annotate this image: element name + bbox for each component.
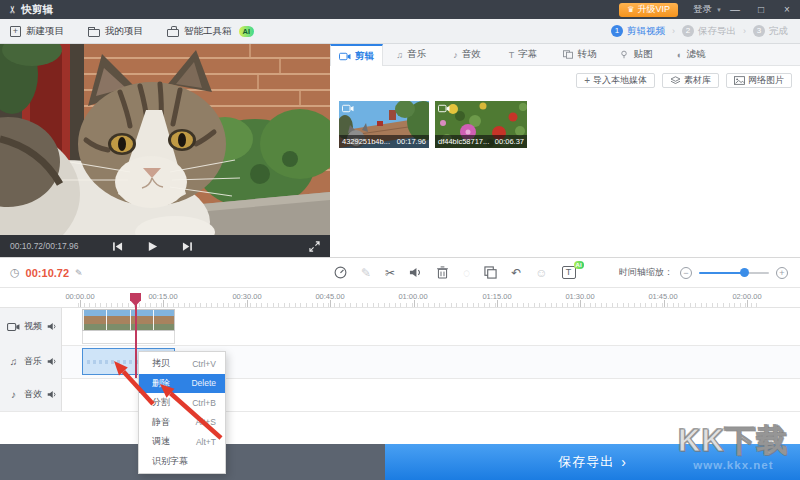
play-button[interactable] bbox=[147, 241, 158, 252]
login-button[interactable]: 登录 bbox=[693, 3, 712, 16]
my-projects-button[interactable]: 我的项目 bbox=[88, 25, 143, 38]
context-menu: 拷贝 Ctrl+V 删除 Delete 分割 Ctrl+B 静音 Alt+S 调… bbox=[138, 351, 226, 474]
import-local-media-button[interactable]: + 导入本地媒体 bbox=[576, 73, 655, 88]
tab-subtitle[interactable]: T 字幕 bbox=[495, 44, 551, 65]
fullscreen-icon[interactable] bbox=[309, 241, 320, 252]
clip-duration: 00:17.96 bbox=[397, 137, 426, 146]
picture-icon bbox=[734, 76, 745, 85]
tab-sound-effect[interactable]: ♪ 音效 bbox=[439, 44, 495, 65]
smart-toolbox-button[interactable]: 智能工具箱 AI bbox=[167, 25, 254, 38]
tab-sticker[interactable]: 贴图 bbox=[607, 44, 663, 65]
tab-music[interactable]: ♫ 音乐 bbox=[383, 44, 439, 65]
preview-timecode: 00:10.72/00:17.96 bbox=[10, 241, 79, 251]
menu-item-shortcut: Ctrl+V bbox=[192, 359, 216, 369]
clip-duration: 00:06.37 bbox=[495, 137, 524, 146]
video-camera-icon bbox=[438, 104, 450, 113]
step-save-export[interactable]: 2 保存导出 bbox=[682, 25, 736, 38]
menu-item-label: 删除 bbox=[152, 377, 170, 390]
tab-edit-label: 剪辑 bbox=[355, 50, 374, 63]
timeline-ruler[interactable]: 00:00.00 00:15.00 00:30.00 00:45.00 01:0… bbox=[0, 288, 800, 308]
step-2-circle: 2 bbox=[682, 25, 694, 37]
upgrade-vip-label: 升级VIP bbox=[638, 3, 671, 16]
timeline: 00:00.00 00:15.00 00:30.00 00:45.00 01:0… bbox=[0, 288, 800, 444]
step-2-label: 保存导出 bbox=[698, 25, 736, 38]
track-label-sound: ♪ 音效 bbox=[0, 378, 62, 411]
video-track-clip[interactable] bbox=[82, 309, 175, 331]
preview-controls: 00:10.72/00:17.96 bbox=[0, 235, 330, 257]
maximize-button[interactable]: □ bbox=[748, 4, 774, 15]
track-label-music: ♫ 音乐 bbox=[0, 345, 62, 378]
filter-icon: ◐ bbox=[677, 50, 682, 60]
menu-item-label: 拷贝 bbox=[152, 357, 170, 370]
speed-gauge-icon[interactable] bbox=[334, 266, 347, 279]
material-library-label: 素材库 bbox=[684, 74, 711, 87]
crown-icon: ♛ bbox=[627, 5, 634, 14]
menu-item-recognize-subtitle[interactable]: 识别字幕 bbox=[139, 452, 225, 472]
speaker-icon[interactable] bbox=[47, 322, 57, 331]
tab-filter[interactable]: ◐ 滤镜 bbox=[663, 44, 719, 65]
my-projects-label: 我的项目 bbox=[105, 25, 143, 38]
material-library-button[interactable]: 素材库 bbox=[662, 73, 719, 88]
close-button[interactable]: × bbox=[774, 4, 800, 15]
ai-badge: AI bbox=[239, 26, 255, 37]
tab-edit[interactable]: 剪辑 bbox=[330, 44, 383, 66]
menu-item-shortcut: Alt+T bbox=[196, 437, 216, 447]
subtitle-icon: T bbox=[509, 50, 515, 60]
step-edit-video[interactable]: 1 剪辑视频 bbox=[611, 25, 665, 38]
previous-frame-button[interactable] bbox=[112, 241, 123, 252]
recognize-subtitle-icon[interactable]: T AI bbox=[562, 266, 576, 279]
upgrade-vip-button[interactable]: ♛ 升级VIP bbox=[619, 3, 678, 17]
sound-effect-icon: ♪ bbox=[453, 50, 458, 60]
menu-item-shortcut: Alt+S bbox=[195, 417, 216, 427]
speaker-icon[interactable] bbox=[47, 357, 57, 366]
music-note-icon: ♫ bbox=[7, 356, 20, 367]
delete-trash-icon[interactable] bbox=[436, 266, 449, 279]
minimize-button[interactable]: — bbox=[722, 4, 748, 15]
menu-item-shortcut: Delete bbox=[191, 378, 216, 388]
edit-time-icon[interactable]: ✎ bbox=[75, 268, 83, 278]
menu-item-label: 分割 bbox=[152, 396, 170, 409]
zoom-slider-thumb[interactable] bbox=[740, 268, 749, 277]
menu-item-speed[interactable]: 调速 Alt+T bbox=[139, 432, 225, 452]
new-project-button[interactable]: + 新建项目 bbox=[10, 25, 64, 38]
edit-pencil-icon[interactable]: ✎ bbox=[361, 266, 371, 280]
tab-transition[interactable]: 转场 bbox=[551, 44, 607, 65]
menu-item-mute[interactable]: 静音 Alt+S bbox=[139, 413, 225, 433]
timeline-toolbar: ◷ 00:10.72 ✎ ✎ ✂ ◌ ↶ ☺ T AI 时间轴缩放： − + bbox=[0, 257, 800, 288]
clip-filename: df44blc58717... bbox=[438, 137, 489, 146]
track-divider bbox=[0, 411, 800, 412]
zoom-out-button[interactable]: − bbox=[680, 267, 692, 279]
speaker-icon[interactable] bbox=[47, 390, 57, 399]
media-clip-flower-video[interactable]: df44blc58717... 00:06.37 bbox=[435, 101, 527, 148]
video-camera-icon bbox=[339, 52, 351, 61]
playhead-line[interactable] bbox=[135, 294, 137, 378]
next-frame-button[interactable] bbox=[182, 241, 193, 252]
timeline-zoom-slider[interactable] bbox=[699, 272, 769, 274]
web-image-button[interactable]: 网络图片 bbox=[726, 73, 792, 88]
menu-item-copy[interactable]: 拷贝 Ctrl+V bbox=[139, 354, 225, 374]
current-time: 00:10.72 bbox=[26, 267, 69, 279]
media-clip-cat-video[interactable]: 4329251b4b... 00:17.96 bbox=[339, 101, 429, 148]
menu-item-label: 识别字幕 bbox=[152, 455, 188, 468]
video-camera-icon bbox=[342, 104, 354, 113]
zoom-in-button[interactable]: + bbox=[776, 267, 788, 279]
loading-spinner-icon[interactable]: ◌ bbox=[463, 266, 470, 280]
split-scissors-icon[interactable]: ✂ bbox=[385, 266, 395, 280]
emoji-smiley-icon[interactable]: ☺ bbox=[535, 266, 547, 280]
mute-speaker-icon[interactable] bbox=[409, 266, 422, 279]
step-finish[interactable]: 3 完成 bbox=[753, 25, 788, 38]
menu-item-delete[interactable]: 删除 Delete bbox=[139, 374, 225, 394]
ai-mini-badge: AI bbox=[574, 261, 584, 269]
transition-icon bbox=[562, 50, 574, 59]
clip-info-bar: 4329251b4b... 00:17.96 bbox=[339, 135, 429, 148]
video-clip-substrip[interactable] bbox=[82, 331, 175, 344]
undo-icon[interactable]: ↶ bbox=[511, 266, 521, 280]
copy-icon[interactable] bbox=[484, 266, 497, 279]
save-export-button[interactable]: 保存导出 › bbox=[385, 444, 800, 480]
video-preview[interactable] bbox=[0, 44, 330, 235]
save-export-label: 保存导出 bbox=[558, 453, 614, 471]
menu-item-split[interactable]: 分割 Ctrl+B bbox=[139, 393, 225, 413]
clip-info-bar: df44blc58717... 00:06.37 bbox=[435, 135, 527, 148]
step-3-label: 完成 bbox=[769, 25, 788, 38]
toolbox-icon bbox=[167, 29, 179, 37]
